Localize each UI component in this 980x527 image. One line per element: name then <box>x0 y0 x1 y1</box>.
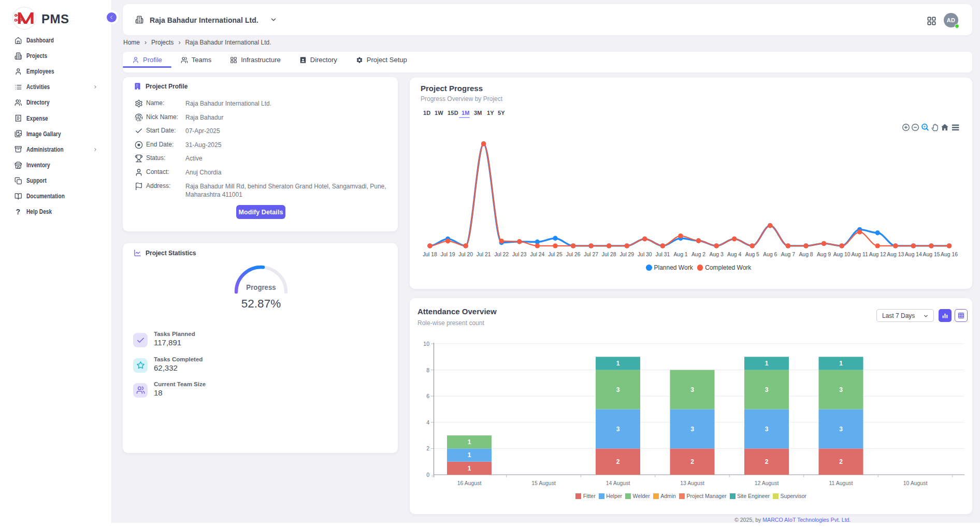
svg-text:3: 3 <box>616 386 620 393</box>
svg-text:Jul 24: Jul 24 <box>530 252 545 257</box>
svg-text:2: 2 <box>690 458 694 465</box>
svg-text:2: 2 <box>765 458 769 465</box>
svg-text:10 August: 10 August <box>903 480 928 486</box>
svg-text:11 August: 11 August <box>829 480 853 486</box>
svg-text:Jul 28: Jul 28 <box>602 252 616 257</box>
svg-text:Jul 20: Jul 20 <box>458 252 473 257</box>
svg-text:Aug 4: Aug 4 <box>727 252 741 257</box>
svg-text:Jul 29: Jul 29 <box>619 252 634 257</box>
svg-text:Aug 16: Aug 16 <box>941 252 958 257</box>
svg-text:16 August: 16 August <box>457 480 482 486</box>
svg-text:1: 1 <box>765 360 769 367</box>
svg-text:Aug 6: Aug 6 <box>763 252 777 257</box>
svg-text:Jul 21: Jul 21 <box>477 252 491 257</box>
svg-text:3: 3 <box>616 426 620 433</box>
svg-text:1: 1 <box>616 360 620 367</box>
svg-text:Jul 27: Jul 27 <box>584 252 598 257</box>
svg-text:3: 3 <box>839 426 843 433</box>
svg-text:Jul 30: Jul 30 <box>638 252 652 257</box>
svg-text:Jul 22: Jul 22 <box>494 252 509 257</box>
svg-text:Aug 9: Aug 9 <box>817 252 831 257</box>
svg-text:1: 1 <box>468 465 471 472</box>
svg-text:Aug 8: Aug 8 <box>799 252 813 257</box>
svg-text:Jul 19: Jul 19 <box>441 252 455 257</box>
svg-text:0: 0 <box>426 472 429 478</box>
svg-text:3: 3 <box>765 426 769 433</box>
svg-text:3: 3 <box>690 386 694 393</box>
svg-text:2: 2 <box>616 458 620 465</box>
svg-text:1: 1 <box>468 451 471 459</box>
svg-text:Aug 11: Aug 11 <box>852 252 868 257</box>
svg-text:2: 2 <box>839 458 843 465</box>
svg-text:Jul 25: Jul 25 <box>548 252 563 257</box>
svg-text:Aug 3: Aug 3 <box>710 252 724 257</box>
svg-text:Aug 5: Aug 5 <box>745 252 759 257</box>
svg-text:1: 1 <box>468 438 471 446</box>
svg-text:Aug 10: Aug 10 <box>833 252 851 257</box>
svg-text:Jul 26: Jul 26 <box>566 252 581 257</box>
svg-text:14 August: 14 August <box>606 480 630 486</box>
svg-text:1: 1 <box>839 360 843 367</box>
svg-text:3: 3 <box>690 426 694 433</box>
svg-text:3: 3 <box>839 386 843 393</box>
svg-text:Aug 14: Aug 14 <box>905 252 922 257</box>
svg-text:12 August: 12 August <box>755 480 779 486</box>
svg-text:Aug 2: Aug 2 <box>691 252 705 257</box>
svg-text:15 August: 15 August <box>531 480 556 486</box>
svg-text:2: 2 <box>426 445 429 451</box>
svg-text:10: 10 <box>423 341 429 347</box>
svg-text:8: 8 <box>426 367 429 373</box>
svg-text:Jul 18: Jul 18 <box>423 252 437 257</box>
svg-text:3: 3 <box>765 386 769 393</box>
svg-text:Aug 13: Aug 13 <box>887 252 904 257</box>
svg-text:Aug 7: Aug 7 <box>781 252 795 257</box>
svg-text:Aug 15: Aug 15 <box>923 252 940 257</box>
svg-text:Aug 12: Aug 12 <box>869 252 886 257</box>
svg-text:4: 4 <box>426 419 429 426</box>
svg-text:Jul 23: Jul 23 <box>512 252 527 257</box>
svg-text:Aug 1: Aug 1 <box>673 252 687 257</box>
svg-text:Jul 31: Jul 31 <box>656 252 670 257</box>
svg-text:13 August: 13 August <box>680 480 704 486</box>
svg-text:6: 6 <box>426 393 429 399</box>
